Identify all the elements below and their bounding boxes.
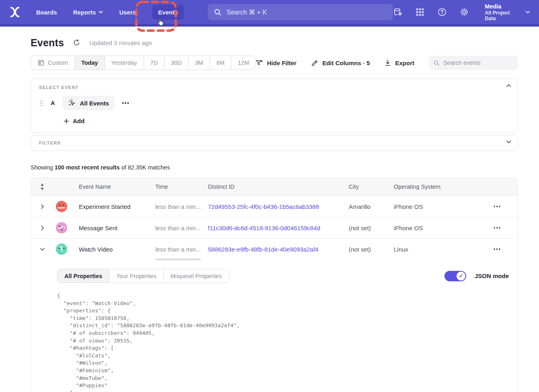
chevron-right-icon (41, 225, 44, 231)
filter-funnel-icon (255, 59, 263, 67)
nav-item-events[interactable]: Events (152, 5, 184, 20)
os-cell: iPhone OS (394, 225, 471, 231)
data-management-icon[interactable] (393, 7, 403, 17)
chevron-right-icon (41, 204, 44, 209)
event-detail-panel: All Properties Your Properties Mixpanel … (31, 260, 518, 392)
collapse-rows-icon (39, 183, 45, 190)
event-name-cell: Experiment Started (79, 203, 155, 210)
date-range-3m[interactable]: 3M (188, 56, 210, 70)
time-cell: less than a min... (155, 203, 208, 210)
json-mode-label: JSON mode (475, 272, 509, 279)
event-name-cell: Watch Video (79, 246, 155, 253)
refresh-icon (73, 39, 80, 47)
table-header: Event Name Time Distinct ID City Operati… (31, 178, 518, 196)
chevron-down-icon (99, 10, 103, 14)
col-distinct-id[interactable]: Distinct ID (208, 184, 349, 190)
updated-timestamp: Updated 3 minutes ago (89, 39, 152, 46)
drag-handle-icon[interactable] (39, 100, 44, 107)
date-range-control: Custom Today Yesterday 7D 30D 3M 6M 12M (31, 56, 255, 70)
pencil-icon (311, 59, 319, 67)
click-cursor-icon (68, 99, 76, 107)
hide-filter-button[interactable]: Hide Filter (255, 59, 296, 67)
chevron-down-icon (525, 10, 530, 14)
col-operating-system[interactable]: Operating System (394, 184, 471, 190)
col-time[interactable]: Time (155, 184, 208, 190)
event-json-view: { "event": "Watch Video", "properties": … (57, 292, 509, 392)
expand-row-button[interactable] (41, 225, 44, 231)
expand-row-button[interactable] (41, 204, 44, 209)
date-range-7d[interactable]: 7D (144, 56, 165, 70)
plus-icon (64, 118, 69, 124)
col-event-name[interactable]: Event Name (79, 184, 155, 190)
event-selector-button[interactable]: All Events (62, 96, 115, 110)
add-event-button[interactable]: Add (64, 118, 84, 124)
date-range-yesterday[interactable]: Yesterday (105, 56, 144, 70)
table-row-expanded[interactable]: Watch Video less than a min... 5886283e-… (31, 238, 518, 260)
date-range-6m[interactable]: 6M (210, 56, 231, 70)
chevron-down-icon (40, 248, 45, 251)
nav-item-users[interactable]: Users (119, 9, 136, 16)
edit-columns-button[interactable]: Edit Columns · 5 (311, 59, 370, 67)
nav-item-reports[interactable]: Reports (73, 9, 103, 16)
row-more-options-icon[interactable] (491, 248, 503, 250)
project-selector[interactable]: Media All Project Data (485, 3, 530, 22)
chevron-down-icon (506, 140, 511, 144)
date-range-12m[interactable]: 12M (231, 56, 255, 70)
collapse-row-button[interactable] (40, 248, 45, 251)
event-more-options-icon[interactable] (119, 102, 132, 103)
distinct-id-link[interactable]: 5886283e-e9fb-48fb-81de-40e9093a2af4 (208, 246, 349, 253)
calendar-icon (37, 59, 45, 66)
collapse-section-button[interactable] (506, 84, 511, 87)
horizontal-scrollbar-thumb[interactable] (155, 258, 201, 260)
help-icon[interactable] (437, 7, 447, 17)
global-search-bar[interactable]: Search ⌘ + K (208, 4, 393, 20)
top-navbar: Boards Reports Users Events Search ⌘ + K (0, 0, 539, 27)
distinct-id-link[interactable]: 72d49553-25fc-4f0c-b436-1b5ac6ab3388 (208, 203, 349, 210)
nav-item-boards[interactable]: Boards (36, 9, 57, 16)
tab-mixpanel-properties[interactable]: Mixpanel Properties (163, 269, 229, 283)
events-table: Event Name Time Distinct ID City Operati… (31, 177, 518, 392)
time-cell: less than a min... (155, 225, 208, 231)
filters-label: FILTERS (39, 140, 510, 145)
event-avatar (56, 201, 67, 212)
chevron-up-icon (506, 84, 511, 87)
json-mode-toggle[interactable]: ✓ (444, 271, 466, 281)
primary-nav: Boards Reports Users Events (36, 5, 184, 20)
col-city[interactable]: City (349, 184, 394, 190)
event-name-cell: Message Sent (79, 225, 155, 231)
search-icon (434, 60, 440, 66)
os-cell: Linux (394, 246, 471, 253)
global-search-placeholder: Search ⌘ + K (226, 8, 267, 16)
properties-tabs: All Properties Your Properties Mixpanel … (57, 269, 229, 283)
export-button[interactable]: Export (384, 59, 414, 67)
page-title: Events (31, 37, 64, 49)
distinct-id-link[interactable]: f11c30d6-dc6d-4518-9136-0d046159c84d (208, 225, 349, 231)
refresh-button[interactable] (73, 39, 80, 47)
date-range-today[interactable]: Today (74, 56, 105, 70)
city-cell: Amarillo (349, 203, 394, 210)
results-summary: Showing 100 most recent results of 82.35… (31, 164, 518, 171)
event-row-letter: A (51, 100, 55, 106)
os-cell: iPhone OS (394, 203, 471, 210)
tab-your-properties[interactable]: Your Properties (109, 269, 163, 283)
table-row[interactable]: Experiment Started less than a min... 72… (31, 196, 518, 217)
table-row[interactable]: Message Sent less than a min... f11c30d6… (31, 217, 518, 238)
collapse-all-button[interactable] (39, 183, 45, 190)
search-icon (214, 8, 222, 16)
search-events-field[interactable] (429, 56, 518, 70)
date-range-30d[interactable]: 30D (164, 56, 188, 70)
row-more-options-icon[interactable] (491, 206, 503, 207)
tab-all-properties[interactable]: All Properties (58, 269, 109, 283)
nav-right-icons: Media All Project Data (393, 3, 530, 22)
apps-grid-icon[interactable] (415, 7, 425, 17)
filters-card: FILTERS (31, 135, 518, 151)
city-cell: (not set) (349, 225, 394, 231)
select-event-label: SELECT EVENT (39, 85, 510, 90)
row-more-options-icon[interactable] (491, 227, 503, 228)
mixpanel-logo-icon[interactable] (9, 6, 21, 18)
event-avatar (56, 243, 67, 255)
expand-filters-button[interactable] (506, 140, 511, 144)
settings-gear-icon[interactable] (459, 7, 469, 17)
date-range-custom[interactable]: Custom (31, 56, 74, 70)
search-events-input[interactable] (443, 60, 513, 66)
